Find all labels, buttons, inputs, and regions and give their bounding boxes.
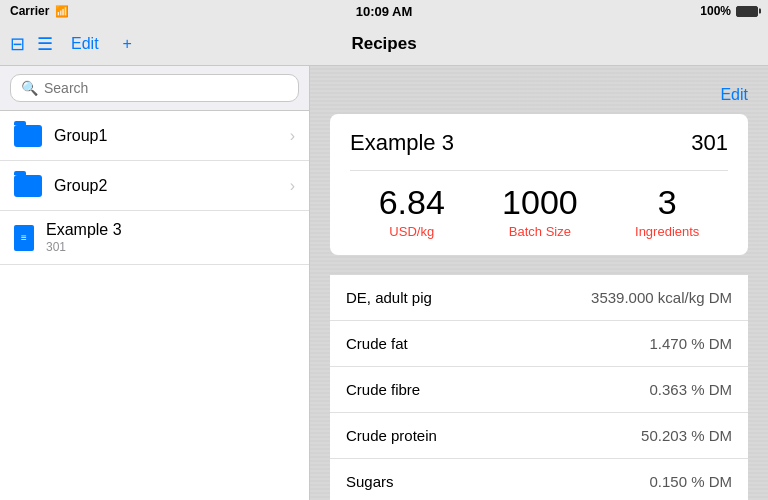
list-item-text: Example 3 301 (46, 221, 295, 254)
folder-icon (14, 125, 42, 147)
recipe-title: Example 3 (350, 130, 454, 156)
wifi-icon: 📶 (55, 5, 69, 18)
list-nav-icon[interactable]: ☰ (37, 33, 53, 55)
recipe-id: 301 (691, 130, 728, 156)
nutrition-label: DE, adult pig (346, 289, 432, 306)
add-button[interactable]: + (117, 31, 138, 57)
summary-card: Example 3 301 6.84 USD/kg 1000 Batch Siz… (330, 114, 748, 255)
carrier-label: Carrier (10, 4, 49, 18)
status-bar: Carrier 📶 10:09 AM 100% (0, 0, 768, 22)
detail-edit-button[interactable]: Edit (720, 86, 748, 104)
search-bar-container: 🔍 (0, 66, 309, 111)
metric-value-ingredients: 3 (635, 183, 699, 222)
edit-button[interactable]: Edit (65, 31, 105, 57)
list-item-title: Group1 (54, 127, 290, 145)
list-item[interactable]: Group1 › (0, 111, 309, 161)
detail-top-bar: Edit (330, 86, 748, 104)
chevron-icon: › (290, 177, 295, 195)
list-item-selected[interactable]: Example 3 301 (0, 211, 309, 265)
summary-metrics: 6.84 USD/kg 1000 Batch Size 3 Ingredient… (350, 170, 728, 239)
search-icon: 🔍 (21, 80, 38, 96)
list-item[interactable]: Group2 › (0, 161, 309, 211)
nutrition-value: 0.150 % DM (649, 473, 732, 490)
list-item-title: Group2 (54, 177, 290, 195)
nav-bar: ⊟ ☰ Edit + Recipes (0, 22, 768, 66)
battery-percent: 100% (700, 4, 731, 18)
status-left: Carrier 📶 (10, 4, 69, 18)
folder-icon (14, 175, 42, 197)
sidebar: 🔍 Group1 › Group2 › Example 3 301 (0, 66, 310, 500)
metric-usdkg: 6.84 USD/kg (379, 183, 445, 239)
metric-batchsize: 1000 Batch Size (502, 183, 578, 239)
metric-label-batchsize: Batch Size (502, 224, 578, 239)
chevron-icon: › (290, 127, 295, 145)
list-item-title: Example 3 (46, 221, 295, 239)
nutrition-label: Crude protein (346, 427, 437, 444)
nutrition-label: Sugars (346, 473, 394, 490)
status-time: 10:09 AM (356, 4, 413, 19)
nutrition-value: 3539.000 kcal/kg DM (591, 289, 732, 306)
metric-value-batchsize: 1000 (502, 183, 578, 222)
nav-bar-left: ⊟ ☰ Edit + (10, 31, 138, 57)
metric-label-ingredients: Ingredients (635, 224, 699, 239)
nav-title: Recipes (351, 34, 416, 54)
nutrition-row: Crude fat 1.470 % DM (330, 321, 748, 367)
nutrition-row: DE, adult pig 3539.000 kcal/kg DM (330, 275, 748, 321)
nutrition-row: Crude fibre 0.363 % DM (330, 367, 748, 413)
search-input[interactable] (44, 80, 288, 96)
folder-nav-icon[interactable]: ⊟ (10, 33, 25, 55)
nutrition-row: Sugars 0.150 % DM (330, 459, 748, 500)
nutrition-value: 1.470 % DM (649, 335, 732, 352)
list-item-text: Group2 (54, 177, 290, 195)
list-item-subtitle: 301 (46, 240, 295, 254)
nutrition-value: 0.363 % DM (649, 381, 732, 398)
battery-icon (736, 6, 758, 17)
list-item-text: Group1 (54, 127, 290, 145)
detail-panel: Edit Example 3 301 6.84 USD/kg 1000 Batc… (310, 66, 768, 500)
doc-icon (14, 225, 34, 251)
nutrition-row: Crude protein 50.203 % DM (330, 413, 748, 459)
main-layout: 🔍 Group1 › Group2 › Example 3 301 (0, 66, 768, 500)
search-bar[interactable]: 🔍 (10, 74, 299, 102)
nutrition-label: Crude fat (346, 335, 408, 352)
status-right: 100% (700, 4, 758, 18)
nutrition-table: DE, adult pig 3539.000 kcal/kg DM Crude … (330, 275, 748, 500)
metric-ingredients: 3 Ingredients (635, 183, 699, 239)
metric-label-usdkg: USD/kg (379, 224, 445, 239)
nutrition-label: Crude fibre (346, 381, 420, 398)
summary-header: Example 3 301 (350, 130, 728, 156)
metric-value-usdkg: 6.84 (379, 183, 445, 222)
nutrition-value: 50.203 % DM (641, 427, 732, 444)
